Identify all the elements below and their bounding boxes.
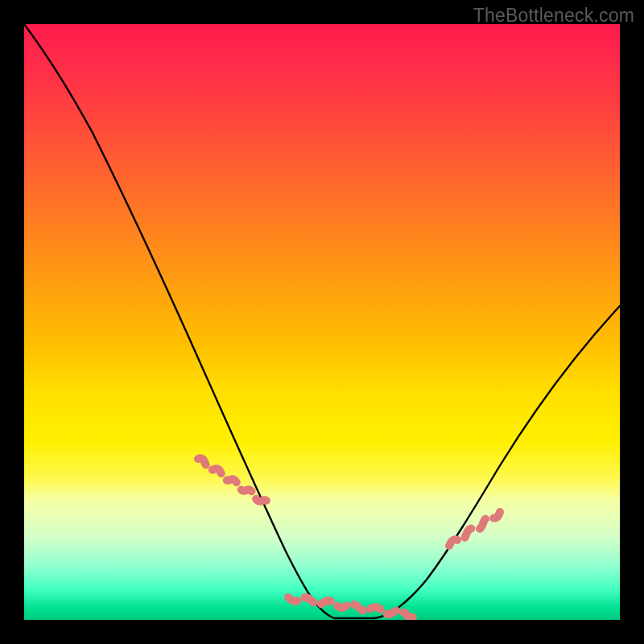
chart-frame: TheBottleneck.com bbox=[0, 0, 644, 644]
bottleneck-curve bbox=[24, 24, 620, 618]
watermark-text: TheBottleneck.com bbox=[473, 5, 634, 27]
plot-area bbox=[24, 24, 620, 620]
highlight-bottom bbox=[288, 597, 416, 617]
highlight-right bbox=[449, 512, 500, 546]
curve-layer bbox=[24, 24, 620, 620]
highlight-left bbox=[198, 458, 270, 506]
